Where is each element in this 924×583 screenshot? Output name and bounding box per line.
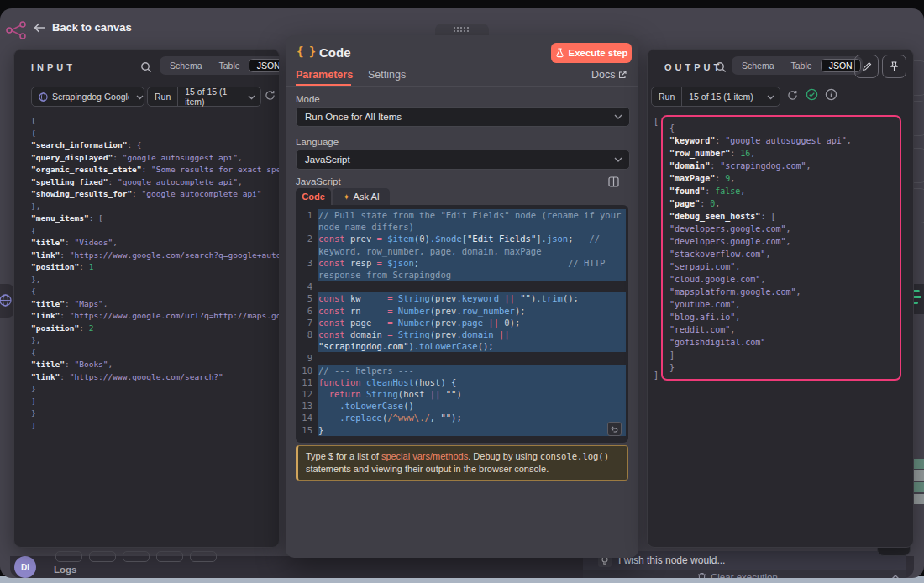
- logs-ghost-button: [55, 551, 82, 562]
- code-node-icon: { }: [297, 45, 315, 58]
- mode-value: Run Once for All Items: [297, 112, 402, 122]
- trash-icon[interactable]: [697, 572, 706, 578]
- output-run-value: 15 of 15 (1 item): [682, 87, 754, 106]
- language-label: Language: [296, 137, 339, 147]
- workflow-node-icon: [4, 18, 33, 44]
- back-to-canvas-button[interactable]: Back to canvas: [34, 21, 132, 34]
- input-json-view[interactable]: [{"search_information": {"query_displaye…: [26, 115, 279, 544]
- code-editor[interactable]: 1// Pull state from the "Edit Fields" no…: [296, 205, 628, 443]
- arrow-left-icon: [34, 23, 45, 33]
- search-icon[interactable]: [140, 61, 152, 73]
- code-line[interactable]: 11function cleanHost(host) {: [296, 376, 628, 388]
- code-line[interactable]: 3const resp = $json; // HTTP response fr…: [296, 257, 628, 281]
- editor-label: JavaScript: [296, 176, 341, 186]
- chevron-down-icon: [136, 95, 144, 100]
- code-line[interactable]: 13 .toLowerCase(): [296, 400, 628, 412]
- avatar[interactable]: DI: [14, 556, 36, 578]
- logs-ghost-button: [190, 551, 217, 562]
- tab-schema[interactable]: Schema: [733, 59, 783, 72]
- execute-step-button[interactable]: Execute step: [551, 43, 632, 63]
- input-view-tabs: Schema Table JSON: [160, 56, 280, 75]
- input-node-selector[interactable]: Scrapingdog Google S: [31, 87, 144, 107]
- logs-ghost-button: [156, 551, 183, 562]
- refresh-icon[interactable]: [265, 90, 276, 101]
- info-icon[interactable]: [825, 88, 837, 101]
- split-view-icon[interactable]: [608, 176, 619, 187]
- output-json-view[interactable]: {"keyword": "google autosuggest api","ro…: [669, 122, 893, 374]
- code-line[interactable]: 10// --- helpers ---: [296, 365, 628, 376]
- code-line[interactable]: 15}: [296, 424, 628, 436]
- back-to-canvas-label: Back to canvas: [52, 21, 132, 34]
- clear-execution-button[interactable]: Clear execution: [711, 572, 778, 578]
- execute-step-label: Execute step: [569, 48, 628, 58]
- code-line[interactable]: 5const kw = String(prev.keyword || "").t…: [296, 292, 628, 304]
- tab-code[interactable]: Code: [296, 188, 331, 205]
- app-window: Back to canvas DI Logs I wish this node …: [0, 8, 924, 578]
- tab-table[interactable]: Table: [783, 59, 821, 72]
- hint-text: . Debug by using: [468, 451, 540, 461]
- run-label: Run: [148, 87, 177, 106]
- screen: Back to canvas DI Logs I wish this node …: [0, 0, 924, 583]
- chevron-up-icon[interactable]: [890, 573, 900, 578]
- chevron-down-icon: [614, 114, 622, 120]
- chevron-down-icon: [248, 95, 255, 100]
- tab-table[interactable]: Table: [211, 59, 249, 72]
- tab-parameters[interactable]: Parameters: [296, 69, 353, 81]
- output-run-selector[interactable]: Run 15 of 15 (1 item): [651, 87, 780, 107]
- output-array-open: [: [654, 117, 659, 126]
- refresh-icon[interactable]: [787, 90, 798, 101]
- output-item-box[interactable]: {"keyword": "google autosuggest api","ro…: [661, 115, 901, 381]
- docs-link[interactable]: Docs: [591, 69, 627, 81]
- node-title: Code: [319, 45, 351, 60]
- flask-icon: [555, 48, 564, 58]
- language-select[interactable]: JavaScript: [296, 150, 630, 170]
- code-line[interactable]: 12 return String(host || ""): [296, 388, 628, 400]
- tab-ask-ai[interactable]: ✦ Ask AI: [333, 188, 390, 205]
- input-node-name: Scrapingdog Google S: [52, 92, 129, 102]
- input-run-selector[interactable]: Run 15 of 15 (1 item): [147, 87, 261, 107]
- globe-icon: [39, 92, 48, 102]
- logs-ghost-button: [123, 551, 150, 562]
- chevron-down-icon: [767, 95, 774, 100]
- external-link-icon: [618, 71, 627, 79]
- pushpin-icon: [890, 61, 899, 71]
- tab-json[interactable]: JSON: [249, 59, 280, 72]
- input-panel-title: INPUT: [31, 62, 76, 72]
- code-line[interactable]: 8const domain = String(prev.domain || "s…: [296, 328, 628, 352]
- input-run-value: 15 of 15 (1 item): [178, 87, 248, 106]
- hint-special-vars-link[interactable]: special vars/methods: [381, 451, 468, 461]
- logs-ghost-button: [89, 551, 116, 562]
- code-line[interactable]: 6const rn = Number(prev.row_number);: [296, 305, 628, 317]
- hint-text: statements and viewing their output in t…: [306, 464, 549, 474]
- code-line[interactable]: 1// Pull state from the "Edit Fields" no…: [296, 209, 628, 233]
- mode-select[interactable]: Run Once for All Items: [296, 107, 630, 127]
- grip-dots-icon: [454, 27, 470, 34]
- code-line[interactable]: 14 .replace(/^www\./, "");: [296, 412, 628, 423]
- edit-output-button[interactable]: [854, 55, 879, 78]
- code-line[interactable]: 7const page = Number(prev.page || 0);: [296, 317, 628, 328]
- divider: [286, 86, 638, 87]
- chevron-down-icon: [614, 157, 622, 163]
- docs-label: Docs: [591, 69, 615, 81]
- tab-settings[interactable]: Settings: [368, 69, 406, 81]
- run-label: Run: [652, 87, 681, 106]
- code-line[interactable]: 4: [296, 281, 628, 292]
- editor-history-icon[interactable]: [607, 422, 622, 436]
- code-line[interactable]: 2const prev = $item(0).$node["Edit Field…: [296, 233, 628, 256]
- tab-code-label: Code: [302, 192, 325, 202]
- code-node-dialog: { } Code Execute step Parameters Setting…: [286, 35, 638, 558]
- pencil-icon: [862, 61, 872, 71]
- success-check-icon: [806, 88, 818, 101]
- logs-label[interactable]: Logs: [54, 565, 76, 575]
- hint-text: Type $ for a list of: [306, 451, 381, 461]
- search-icon[interactable]: [715, 61, 727, 73]
- tab-ask-ai-label: Ask AI: [354, 192, 380, 202]
- output-panel: OUTPUT Schema Table JSON Run 15 of 15 (1…: [647, 49, 914, 548]
- sparkle-icon: ✦: [343, 192, 349, 202]
- input-node-tab[interactable]: [0, 284, 14, 318]
- code-line[interactable]: 9: [296, 352, 628, 364]
- output-panel-title: OUTPUT: [664, 62, 722, 72]
- tab-schema[interactable]: Schema: [161, 59, 211, 72]
- pin-data-button[interactable]: [882, 55, 906, 78]
- input-panel: INPUT Schema Table JSON Scrapingdog Goog…: [13, 49, 280, 548]
